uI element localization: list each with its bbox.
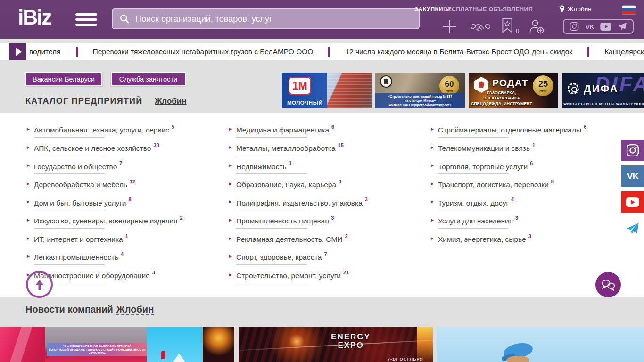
catalog-category[interactable]: ►Химия, энергетика, сырье3 [430, 234, 626, 253]
catalog-category[interactable]: ►Образование, наука, карьера4 [228, 180, 424, 198]
catalog-category[interactable]: ►Автомобильная техника, услуги, сервис5 [26, 125, 222, 143]
building-photo [327, 73, 372, 108]
sidebar-youtube-icon[interactable] [621, 191, 644, 213]
triangle-bullet-icon: ► [228, 199, 233, 204]
employment-service-button[interactable]: Служба занятости [111, 72, 186, 86]
news-city-link[interactable]: Жлобин [116, 304, 154, 315]
25-years-badge: 25лет [533, 75, 553, 96]
catalog-category[interactable]: ►Рекламная деятельность. СМИ2 [228, 234, 424, 253]
divider [34, 210, 105, 210]
category-count: 4 [339, 179, 341, 184]
divider [236, 210, 307, 210]
divider [34, 264, 105, 265]
free-ads-link[interactable]: БЕСПЛАТНЫЕ ОБЪЯВЛЕНИЯ [443, 6, 533, 13]
catalog-category[interactable]: ►Стройматериалы, отделочные материалы6 [430, 125, 626, 143]
triangle-bullet-icon: ► [430, 181, 435, 186]
handshake-icon[interactable] [471, 20, 490, 36]
catalog-category[interactable]: ►Транспорт, логистика, перевозки8 [430, 180, 626, 198]
catalog-category[interactable]: ►Металлы, металлообработка15 [228, 143, 424, 162]
catalog-category[interactable]: ►Машиностроение и оборудование3 [26, 271, 222, 289]
sidebar-instagram-icon[interactable] [621, 140, 644, 161]
triangle-bullet-icon: ► [430, 236, 435, 241]
ticker-link[interactable]: водителя [29, 48, 61, 56]
sidebar-vk-icon[interactable]: VK [621, 165, 644, 187]
divider [34, 228, 105, 229]
news-photo-person[interactable] [437, 327, 644, 362]
catalog-category[interactable]: ►АПК, сельское и лесное хозяйство33 [26, 143, 222, 162]
add-user-icon[interactable] [528, 18, 545, 37]
catalog-city-link[interactable]: Жлобин [155, 97, 187, 106]
catalog-category[interactable]: ►Легкая промышленность4 [26, 252, 222, 271]
divider [236, 173, 307, 174]
search-input[interactable] [134, 14, 412, 25]
catalog-category[interactable]: ►Полиграфия, издательство, упаковка3 [228, 197, 424, 216]
ticker-play-icon[interactable] [9, 43, 26, 60]
banner-difa[interactable]: DIFA ДИФА ФИЛЬТРЫ И ЭЛЕМЕНТЫ ФИЛЬТРУЮЩИЕ [562, 73, 644, 108]
vacancies-button[interactable]: Вакансии Беларуси [25, 72, 102, 86]
sidebar-telegram-icon[interactable] [621, 217, 644, 239]
category-count: 6 [584, 124, 586, 130]
catalog-category[interactable]: ►Государство и общество7 [26, 161, 222, 180]
chat-bubbles-icon [601, 279, 616, 291]
telegram-icon[interactable] [618, 22, 627, 31]
catalog-category[interactable]: ►Искусство, сувениры, ювелирные изделия2 [26, 216, 222, 234]
banner-smp-387[interactable]: 60лет «Строительно-монтажный поезд №387 … [375, 73, 465, 108]
divider [34, 156, 105, 156]
catalog-category[interactable]: ►Медицина и фармацевтика6 [228, 125, 424, 143]
category-count: 3 [528, 233, 531, 239]
triangle-bullet-icon: ► [228, 126, 233, 132]
triangle-bullet-icon: ► [26, 236, 31, 241]
ticker-separator [587, 47, 589, 57]
banner-rodat[interactable]: РОДАТ 25лет ГАЗОСВАРКА, ЭЛЕКТРОСВАРКА СП… [469, 73, 558, 108]
chat-button[interactable] [595, 272, 621, 297]
catalog-category[interactable]: ►Деревообработка и мебель12 [26, 180, 222, 198]
catalog-category[interactable]: ►Спорт, здоровье, красота7 [228, 252, 424, 271]
header-social-links: VK [563, 19, 634, 34]
menu-icon[interactable] [75, 13, 97, 29]
category-count: 3 [152, 270, 155, 275]
category-count: 7 [119, 160, 122, 166]
category-count: 1 [125, 233, 128, 239]
catalog-title: КАТАЛОГ ПРЕДПРИЯТИЙ [25, 96, 142, 106]
banner-strip: 1М МОЛОЧНЫЙ 60лет «Строительно-монтажный… [282, 73, 644, 108]
catalog-column-1: ►Автомобильная техника, услуги, сервис5►… [26, 125, 222, 288]
ticker-link[interactable]: Белита-Витэкс-Брест ОДО [439, 48, 529, 56]
logo[interactable]: iBiz [18, 6, 51, 29]
russian-flag-icon[interactable] [622, 6, 636, 14]
triangle-bullet-icon: ► [430, 163, 435, 168]
triangle-bullet-icon: ► [228, 163, 233, 168]
catalog-category[interactable]: ►Дом и быт, бытовые услуги8 [26, 197, 222, 216]
scroll-to-top-button[interactable] [26, 271, 53, 298]
energy-expo-logo: ENERGY EXPO [329, 333, 372, 350]
triangle-bullet-icon: ► [26, 254, 31, 259]
catalog-category[interactable]: ►Услуги для населения3 [430, 216, 626, 234]
header: iBiz ЗАКУПКИ БЕСПЛАТНЫЕ ОБЪЯВЛЕНИЯ Жлоби… [0, 0, 644, 39]
news-photo-exhibition[interactable]: 49-я МЕЖДУНАРОДНАЯ ВЫСТАВКА-ЯРМАРКА ПО О… [0, 327, 234, 362]
news-ticker: водителяПеревозки тяжеловесных негабарит… [0, 43, 644, 60]
triangle-bullet-icon: ► [26, 181, 31, 186]
ticker-link[interactable]: БелАМРО ООО [260, 48, 313, 56]
bookmarks-icon[interactable] [502, 18, 513, 35]
exhibition-banner-text: 49-я МЕЖДУНАРОДНАЯ ВЫСТАВКА-ЯРМАРКА ПО О… [47, 343, 147, 356]
triangle-bullet-icon: ► [228, 272, 233, 277]
divider [34, 192, 105, 192]
youtube-icon[interactable] [600, 23, 611, 31]
catalog-category[interactable]: ►Туризм, отдых, досуг4 [430, 197, 626, 216]
location-selector[interactable]: Жлобин [559, 5, 592, 13]
banner-1m-molochny[interactable]: 1М МОЛОЧНЫЙ [282, 73, 372, 108]
add-listing-plus-icon[interactable] [442, 19, 457, 36]
instagram-icon[interactable] [570, 22, 579, 31]
divider [438, 156, 509, 156]
triangle-bullet-icon: ► [430, 199, 435, 204]
catalog-category[interactable]: ►ИТ, интернет и оргтехника1 [26, 234, 222, 253]
catalog-category[interactable]: ►Торговля, торговые услуги6 [430, 161, 626, 180]
catalog-category[interactable]: ►Строительство, ремонт, услуги21 [228, 271, 424, 289]
news-photo-energy-expo[interactable]: ENERGY EXPO 7-10 ОКТЯБРЯ [239, 327, 433, 362]
triangle-bullet-icon: ► [430, 126, 435, 132]
catalog-category[interactable]: ►Телекоммуникации и связь1 [430, 143, 626, 162]
bookmarks-count-badge: 0 [516, 27, 519, 34]
arrow-up-icon [33, 278, 47, 292]
vk-icon[interactable]: VK [585, 23, 594, 31]
catalog-category[interactable]: ►Промышленность пищевая3 [228, 216, 424, 234]
catalog-category[interactable]: ►Недвижимость1 [228, 161, 424, 180]
